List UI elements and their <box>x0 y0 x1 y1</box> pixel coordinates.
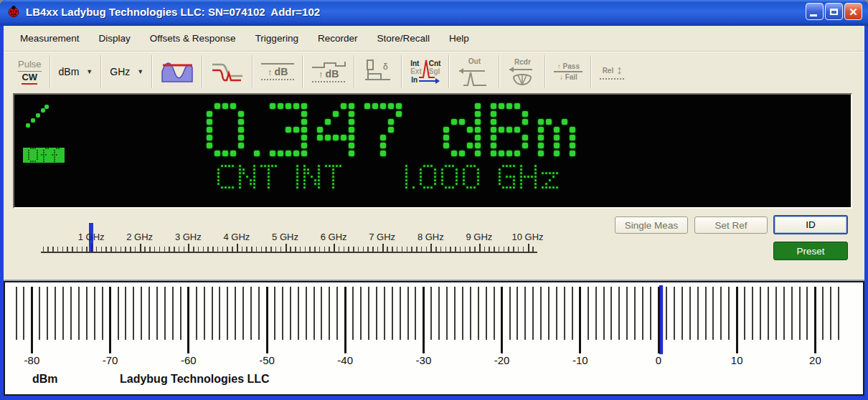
frequency-tick <box>460 247 461 252</box>
trigger-mode-button[interactable]: Int Cnt Ext Sgl In <box>403 53 448 90</box>
meter-tick-label: -50 <box>253 354 281 366</box>
duty-cycle-button[interactable]: δ <box>356 53 400 90</box>
menu-store-recall[interactable]: Store/Recall <box>377 33 430 44</box>
led-display <box>13 93 852 209</box>
frequency-tick <box>91 244 93 252</box>
menu-display[interactable]: Display <box>99 33 131 44</box>
frequency-tick <box>203 247 204 252</box>
meter-tick <box>572 287 573 340</box>
frequency-tick <box>198 247 199 252</box>
offset-db-button[interactable]: ↑dB <box>254 53 301 90</box>
meter-tick <box>78 287 80 340</box>
frequency-tick <box>314 247 316 252</box>
frequency-tick <box>169 247 170 252</box>
offset-db-label: dB <box>275 66 288 77</box>
freq-unit-dropdown[interactable]: GHz ▼ <box>103 53 151 90</box>
meter-tick <box>376 287 377 340</box>
chevron-down-icon: ▼ <box>86 68 93 75</box>
minimize-button[interactable] <box>806 3 824 20</box>
meter-tick <box>196 287 197 340</box>
frequency-tick-label: 7 GHz <box>358 232 407 242</box>
meter-tick <box>156 287 158 340</box>
frequency-tick <box>392 247 393 252</box>
meter-tick <box>516 287 518 340</box>
menu-measurement[interactable]: Measurement <box>20 33 80 44</box>
meter-tick-label: -60 <box>174 354 203 366</box>
recorder-out-button[interactable]: Rcdr <box>501 53 544 90</box>
maximize-icon <box>830 9 838 15</box>
meter-tick <box>392 287 393 340</box>
meter-tick <box>736 287 738 353</box>
toolbar-separator <box>590 55 592 88</box>
meter-tick <box>720 287 722 340</box>
meter-tick <box>360 287 362 340</box>
frequency-tick <box>62 247 64 252</box>
pulse-cw-button[interactable]: Pulse CW <box>11 53 49 90</box>
preset-button[interactable]: Preset <box>773 242 848 260</box>
set-ref-button[interactable]: Set Ref <box>694 216 768 234</box>
delta-label: δ <box>383 62 388 72</box>
frequency-tick-label: 4 GHz <box>212 232 261 242</box>
menu-offsets-response[interactable]: Offsets & Response <box>150 33 236 44</box>
frequency-tick <box>334 244 335 252</box>
power-reading <box>207 103 577 158</box>
meter-tick <box>400 287 401 340</box>
frequency-tick-label: 8 GHz <box>406 232 455 242</box>
frequency-tick <box>290 247 291 252</box>
frequency-tick <box>212 247 214 252</box>
toolbar-separator <box>202 55 203 88</box>
meter-tick <box>752 287 753 340</box>
relative-measure-button[interactable]: Rel ↕ <box>593 53 631 90</box>
meter-tick <box>258 287 260 340</box>
averaging-button[interactable] <box>154 53 201 90</box>
response-db-button[interactable]: ↑dB <box>304 53 353 90</box>
meter-tick <box>118 287 119 340</box>
meter-tick <box>329 287 330 340</box>
meter-tick <box>610 287 612 340</box>
meter-tick <box>219 287 220 340</box>
power-unit-dropdown[interactable]: dBm ▼ <box>52 53 100 90</box>
frequency-tick <box>300 247 301 252</box>
meter-tick <box>689 287 691 340</box>
frequency-tick <box>435 247 437 252</box>
frequency-tick <box>528 244 529 252</box>
frequency-tick-label: 10 GHz <box>504 232 552 242</box>
pass-fail-button[interactable]: ↑ Pass ↓ Fail <box>547 53 590 90</box>
title-bar: LB4xx Ladybug Technologies LLC: SN=07410… <box>0 0 868 26</box>
meter-tick <box>187 287 189 353</box>
meter-tick <box>62 287 64 340</box>
menu-recorder[interactable]: Recorder <box>318 33 358 44</box>
maximize-button[interactable] <box>825 3 843 20</box>
meter-tick <box>470 287 471 340</box>
frequency-tick <box>319 247 321 252</box>
id-button[interactable]: ID <box>773 215 848 234</box>
frequency-tick <box>416 247 418 252</box>
single-meas-button[interactable]: Single Meas <box>615 216 688 234</box>
meter-tick-label: -40 <box>331 354 359 366</box>
dotted-line-icon <box>312 81 345 82</box>
menu-triggering[interactable]: Triggering <box>255 33 298 44</box>
frequency-tick <box>57 247 59 252</box>
frequency-tick <box>348 247 349 252</box>
meter-tick <box>728 287 730 340</box>
meter-tick <box>344 287 346 353</box>
arrow-up-icon: ↑ <box>319 69 324 80</box>
meter-tick <box>242 287 244 340</box>
chevron-down-icon: ▼ <box>137 68 143 75</box>
trigger-pulse-icon <box>418 57 436 79</box>
frequency-tick <box>372 247 374 252</box>
frequency-tick-label: 2 GHz <box>115 232 164 242</box>
frequency-tick <box>344 247 345 252</box>
duty-cycle-icon: δ <box>363 58 393 85</box>
meter-tick <box>509 287 511 340</box>
frequency-tick <box>135 247 136 252</box>
filter-button[interactable] <box>204 53 251 90</box>
menu-help[interactable]: Help <box>449 33 469 44</box>
frequency-tick <box>232 247 233 252</box>
meter-tick <box>180 287 181 340</box>
trigger-out-button[interactable]: Out <box>450 53 498 90</box>
meter-needle <box>659 285 663 354</box>
meter-tick <box>579 287 581 353</box>
close-button[interactable]: ✕ <box>844 3 862 20</box>
meter-tick <box>94 287 95 340</box>
